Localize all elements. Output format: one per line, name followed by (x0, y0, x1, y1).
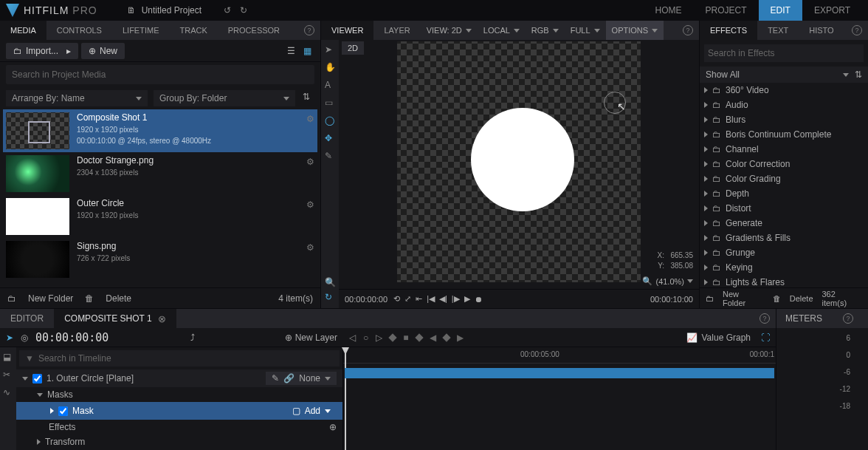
slice-tool-icon[interactable]: ✂ (3, 369, 13, 380)
effect-folder[interactable]: 🗀Keying (700, 260, 868, 275)
mask-mode-dropdown[interactable]: ▢ Add (286, 404, 337, 417)
effect-folder[interactable]: 🗀Color Correction (700, 157, 868, 171)
arrange-dropdown[interactable]: Arrange By: Name (6, 90, 148, 106)
prev-key-icon[interactable]: ◁ (349, 333, 356, 343)
marker-right-icon[interactable]: ▶ (457, 333, 464, 343)
ellipse-tool-icon[interactable]: ◯ (325, 115, 335, 126)
time-ruler[interactable]: 00:00:05:00 00:00:1 (343, 347, 776, 364)
media-item[interactable]: Doctor Strange.png2304 x 1036 pixels⚙ (3, 152, 317, 195)
tab-text[interactable]: TEXT (757, 21, 799, 40)
tab-effects[interactable]: EFFECTS (700, 21, 757, 40)
media-item[interactable]: Outer Circle1920 x 1920 pixels⚙ (3, 195, 317, 238)
group-dropdown[interactable]: Group By: Folder (154, 90, 295, 106)
keyframe-icon[interactable] (442, 333, 450, 341)
effects-show-all-dropdown[interactable]: Show All ⇅ (700, 67, 868, 83)
gear-icon[interactable]: ⚙ (306, 200, 314, 210)
effect-folder[interactable]: 🗀Audio (700, 98, 868, 112)
tab-controls[interactable]: CONTROLS (46, 21, 112, 40)
layer-track-bar[interactable] (345, 368, 774, 378)
help-icon[interactable]: ? (304, 25, 314, 35)
new-folder-button[interactable]: New Folder (723, 290, 764, 307)
move-tool-icon[interactable]: ✥ (325, 133, 335, 143)
delete-button[interactable]: Delete (790, 294, 813, 303)
step-back-icon[interactable]: ◀| (439, 294, 447, 304)
zoom-refresh-icon[interactable]: ↻ (325, 292, 335, 302)
tab-lifetime[interactable]: LIFETIME (112, 21, 170, 40)
select-tool-icon[interactable]: ➤ (325, 44, 335, 55)
loop-icon[interactable]: ⟲ (393, 294, 400, 304)
viewer-2d-tab[interactable]: 2D (342, 41, 364, 55)
full-dropdown[interactable]: FULL (565, 21, 606, 40)
skip-start-icon[interactable]: ⇤ (416, 294, 422, 304)
effect-folder[interactable]: 🗀Gradients & Fills (700, 231, 868, 245)
layer-row[interactable]: 1. Outer Circle [Plane] ✎ 🔗 None (16, 369, 342, 387)
rgb-dropdown[interactable]: RGB (526, 21, 565, 40)
effects-row[interactable]: Effects ⊕ (16, 420, 342, 434)
record-icon[interactable]: ⏺ (475, 295, 483, 304)
list-view-icon[interactable]: ☰ (283, 44, 298, 58)
marker-left-icon[interactable]: ◀ (430, 333, 436, 343)
media-search-input[interactable]: Search in Project Media (6, 65, 314, 84)
media-item[interactable]: Composite Shot 11920 x 1920 pixels00:00:… (3, 109, 317, 152)
text-tool-icon[interactable]: A (325, 80, 335, 90)
range-icon[interactable]: ⤢ (404, 294, 411, 304)
keyframe-icon[interactable] (389, 333, 397, 341)
tab-viewer[interactable]: VIEWER (321, 21, 373, 40)
expand-icon[interactable]: ⛶ (761, 333, 770, 343)
new-button[interactable]: ⊕ New (81, 43, 125, 59)
gear-icon[interactable]: ⚙ (306, 157, 314, 167)
play-icon[interactable]: ▶ (464, 294, 470, 304)
import-button[interactable]: 🗀 Import... ▸ (6, 43, 78, 59)
effects-search-input[interactable]: Search in Effects (704, 44, 864, 62)
hand-tool-icon[interactable]: ✋ (325, 62, 335, 72)
project-name[interactable]: Untitled Project (142, 5, 202, 16)
time-start[interactable]: 00:00:00:00 (345, 295, 388, 304)
rate-tool-icon[interactable]: ∿ (3, 387, 13, 398)
options-dropdown[interactable]: OPTIONS (606, 21, 664, 40)
timeline-tool-icon[interactable]: ⬓ (3, 352, 13, 362)
plus-icon[interactable]: ⊕ (329, 422, 337, 432)
effect-folder[interactable]: 🗀Generate (700, 216, 868, 231)
zoom-indicator[interactable]: 🔍 (41.0%) (642, 276, 693, 286)
local-dropdown[interactable]: LOCAL (478, 21, 526, 40)
circle-shape[interactable] (471, 108, 574, 211)
sort-icon[interactable]: ⇅ (855, 69, 862, 80)
export-icon[interactable]: ⤴ (190, 333, 195, 343)
undo-icon[interactable]: ↺ (224, 5, 231, 16)
main-tab-export[interactable]: EXPORT (802, 0, 862, 21)
editor-tab[interactable]: EDITOR (0, 309, 54, 328)
tab-track[interactable]: TRACK (169, 21, 217, 40)
help-icon[interactable]: ? (843, 313, 853, 324)
time-end[interactable]: 00:00:10:00 (650, 295, 693, 304)
tab-layer[interactable]: LAYER (373, 21, 420, 40)
delete-button[interactable]: Delete (106, 293, 131, 304)
gear-icon[interactable]: ⚙ (306, 114, 314, 124)
editor-tab[interactable]: COMPOSITE SHOT 1⊗ (54, 309, 176, 328)
new-folder-button[interactable]: New Folder (28, 293, 73, 304)
masks-row[interactable]: Masks (16, 387, 342, 402)
meters-tab[interactable]: METERS (785, 313, 822, 324)
layer-visibility-checkbox[interactable] (32, 374, 42, 383)
zoom-in-icon[interactable]: 🔍 (325, 277, 335, 287)
help-icon[interactable]: ? (852, 25, 862, 35)
main-tab-home[interactable]: HOME (644, 0, 694, 21)
keyframe-icon[interactable] (415, 333, 423, 341)
gear-icon[interactable]: ⚙ (306, 242, 314, 253)
at-key-icon[interactable]: ○ (363, 333, 368, 343)
grid-view-icon[interactable]: ▦ (300, 44, 314, 58)
mask-row[interactable]: Mask ▢ Add (16, 402, 342, 420)
effect-folder[interactable]: 🗀Lights & Flares (700, 275, 868, 287)
effect-folder[interactable]: 🗀Depth (700, 186, 868, 201)
main-tab-edit[interactable]: EDIT (759, 0, 802, 21)
playhead[interactable] (345, 347, 346, 450)
effect-folder[interactable]: 🗀Boris Continuum Complete (700, 127, 868, 142)
effect-folder[interactable]: 🗀Channel (700, 142, 868, 157)
value-graph-button[interactable]: 📈 Value Graph ⛶ (686, 333, 776, 343)
timeline-search-input[interactable]: ▼ Search in Timeline (19, 350, 340, 367)
tab-processor[interactable]: PROCESSOR (218, 21, 290, 40)
help-icon[interactable]: ? (760, 313, 770, 324)
close-icon[interactable]: ⊗ (158, 313, 166, 324)
step-forward-icon[interactable]: |▶ (452, 294, 460, 304)
tab-media[interactable]: MEDIA (0, 21, 46, 40)
effect-folder[interactable]: 🗀Color Grading (700, 171, 868, 186)
